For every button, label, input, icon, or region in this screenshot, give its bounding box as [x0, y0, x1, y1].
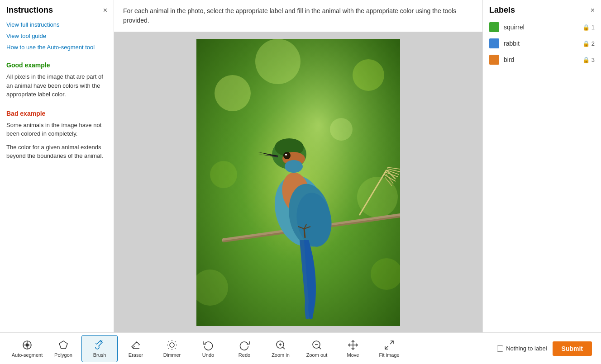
instructions-panel: Instructions × View full instructions Vi… — [0, 0, 114, 332]
eraser-icon — [130, 340, 141, 350]
svg-point-29 — [285, 154, 287, 156]
redo-icon — [239, 340, 250, 350]
fit-image-tool[interactable]: Fit image — [371, 335, 407, 362]
svg-point-6 — [357, 177, 398, 217]
svg-point-44 — [170, 343, 174, 347]
nothing-to-label-checkbox-container[interactable]: Nothing to label — [497, 345, 547, 352]
bottom-toolbar: Auto-segment Polygon Brush Eraser — [0, 332, 601, 364]
squirrel-color-swatch — [489, 22, 499, 32]
bad-example-text-1: Some animals in the image have not been … — [6, 121, 107, 138]
squirrel-count: 🔒 1 — [582, 24, 595, 31]
rabbit-label-name: rabbit — [504, 40, 578, 47]
bad-example-title: Bad example — [6, 110, 107, 117]
good-example-text: All pixels in the image that are part of… — [6, 72, 107, 99]
auto-segment-label: Auto-segment — [12, 352, 43, 358]
rabbit-count-number: 2 — [591, 40, 595, 47]
bird-label-name: bird — [504, 56, 578, 63]
polygon-label: Polygon — [54, 352, 72, 358]
dimmer-icon — [167, 340, 177, 350]
svg-line-48 — [175, 348, 175, 348]
instructions-title: Instructions — [6, 5, 53, 15]
label-bird[interactable]: bird 🔒 3 — [489, 55, 595, 65]
good-example-title: Good example — [6, 61, 107, 69]
svg-point-26 — [285, 160, 303, 173]
squirrel-count-number: 1 — [591, 24, 595, 31]
svg-line-54 — [283, 347, 285, 349]
rabbit-count: 🔒 2 — [582, 40, 595, 47]
eraser-label: Eraser — [129, 352, 143, 358]
svg-point-2 — [215, 75, 251, 111]
redo-label: Redo — [238, 352, 250, 358]
svg-line-63 — [385, 346, 388, 349]
bird-count-number: 3 — [591, 57, 595, 63]
undo-tool[interactable]: Undo — [190, 335, 226, 362]
labels-panel: Labels × squirrel 🔒 1 rabbit 🔒 2 bird 🔒 — [482, 0, 601, 332]
zoom-in-tool[interactable]: Zoom in — [262, 335, 299, 362]
instructions-header: Instructions × — [6, 5, 107, 15]
instruction-bar: For each animal in the photo, select the… — [114, 0, 482, 32]
squirrel-label-name: squirrel — [504, 24, 578, 31]
svg-point-28 — [284, 153, 290, 158]
label-rabbit[interactable]: rabbit 🔒 2 — [489, 38, 595, 48]
submit-button[interactable]: Submit — [553, 341, 592, 356]
zoom-out-tool[interactable]: Zoom out — [299, 335, 335, 362]
bird-count: 🔒 3 — [582, 57, 595, 63]
bad-example-text-2: The color for a given animal extends bey… — [6, 143, 107, 161]
brush-label: Brush — [93, 352, 106, 358]
label-squirrel[interactable]: squirrel 🔒 1 — [489, 22, 595, 32]
svg-line-52 — [175, 341, 175, 342]
move-icon — [348, 340, 358, 350]
instructions-close-button[interactable]: × — [103, 7, 107, 14]
svg-point-7 — [255, 39, 300, 84]
auto-segment-tool[interactable]: Auto-segment — [9, 335, 45, 362]
redo-tool[interactable]: Redo — [226, 335, 262, 362]
svg-marker-42 — [59, 341, 67, 349]
nothing-to-label-text: Nothing to label — [506, 345, 547, 352]
fit-image-label: Fit image — [379, 352, 399, 358]
rabbit-lock-icon: 🔒 — [582, 40, 590, 47]
svg-point-5 — [210, 161, 237, 188]
move-tool[interactable]: Move — [335, 335, 371, 362]
svg-point-4 — [330, 118, 353, 141]
brush-icon — [94, 340, 105, 350]
view-tool-guide-link[interactable]: View tool guide — [6, 33, 107, 39]
undo-label: Undo — [202, 352, 214, 358]
svg-point-37 — [26, 344, 29, 346]
fit-image-icon — [384, 340, 395, 350]
svg-point-3 — [353, 59, 384, 91]
toolbar-right: Nothing to label Submit — [497, 341, 592, 356]
zoom-out-label: Zoom out — [306, 352, 327, 358]
eraser-tool[interactable]: Eraser — [118, 335, 154, 362]
labels-header: Labels × — [489, 5, 595, 15]
labels-close-button[interactable]: × — [591, 7, 595, 14]
bird-color-swatch — [489, 55, 499, 65]
dimmer-tool[interactable]: Dimmer — [154, 335, 190, 362]
view-full-instructions-link[interactable]: View full instructions — [6, 21, 107, 28]
auto-segment-icon — [22, 340, 33, 350]
image-area[interactable] — [114, 32, 482, 332]
polygon-icon — [58, 340, 69, 350]
undo-icon — [203, 340, 214, 350]
svg-line-32 — [304, 229, 305, 238]
rabbit-color-swatch — [489, 38, 499, 48]
svg-line-62 — [390, 341, 393, 344]
zoom-in-icon — [275, 340, 286, 350]
brush-tool[interactable]: Brush — [81, 335, 118, 362]
zoom-out-icon — [311, 340, 322, 350]
squirrel-lock-icon: 🔒 — [582, 24, 590, 31]
zoom-in-label: Zoom in — [272, 352, 290, 358]
bird-image — [196, 39, 400, 326]
labels-title: Labels — [489, 5, 515, 15]
nothing-to-label-checkbox[interactable] — [497, 345, 503, 352]
dimmer-label: Dimmer — [163, 352, 181, 358]
move-label: Move — [347, 352, 359, 358]
svg-line-47 — [168, 341, 169, 342]
svg-line-51 — [168, 348, 169, 348]
tool-items: Auto-segment Polygon Brush Eraser — [9, 335, 497, 362]
center-panel: For each animal in the photo, select the… — [114, 0, 482, 332]
bird-lock-icon: 🔒 — [582, 57, 590, 63]
instruction-text: For each animal in the photo, select the… — [123, 7, 456, 24]
svg-line-58 — [319, 347, 321, 349]
auto-segment-guide-link[interactable]: How to use the Auto-segment tool — [6, 44, 107, 51]
polygon-tool[interactable]: Polygon — [45, 335, 81, 362]
